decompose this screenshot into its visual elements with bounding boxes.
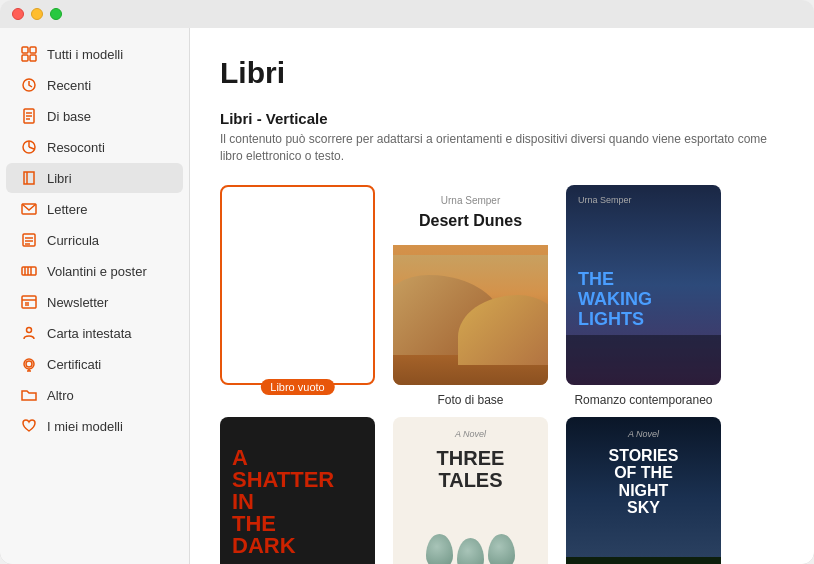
sidebar-label-books: Libri	[47, 171, 72, 186]
content-area: Libri Libri - Verticale Il contenuto può…	[190, 28, 814, 564]
sidebar-item-all-models[interactable]: Tutti i modelli	[6, 39, 183, 69]
heart-icon	[20, 417, 38, 435]
svg-rect-1	[30, 47, 36, 53]
desert-author: Urna Semper	[393, 185, 548, 212]
letterhead-icon	[20, 324, 38, 342]
template-badge-empty: Libro vuoto	[260, 379, 334, 395]
sidebar-item-reports[interactable]: Resoconti	[6, 132, 183, 162]
template-empty-book[interactable]: Libro vuoto	[220, 185, 375, 407]
template-cover-waking: Urna Semper THEWAKINGLIGHTS	[566, 185, 721, 385]
sidebar-label-letters: Lettere	[47, 202, 87, 217]
app-window: Tutti i modelli Recenti Di base Resocont…	[0, 0, 814, 564]
templates-row-2: ASHATTERINTHEDARK A Novel THREETALES	[220, 417, 784, 564]
template-cover-empty	[220, 185, 375, 385]
envelope-icon	[20, 200, 38, 218]
certificate-icon	[20, 355, 38, 373]
main-content: Tutti i modelli Recenti Di base Resocont…	[0, 28, 814, 564]
template-cover-shatter: ASHATTERINTHEDARK	[220, 417, 375, 564]
titlebar	[0, 0, 814, 28]
svg-rect-0	[22, 47, 28, 53]
night-sky-title: STORIESOF THENIGHTSKY	[566, 447, 721, 517]
sidebar-label-my-models: I miei modelli	[47, 419, 123, 434]
svg-point-26	[27, 328, 32, 333]
template-three-tales[interactable]: A Novel THREETALES ERIKA AGATES	[393, 417, 548, 564]
svg-rect-22	[22, 296, 36, 308]
template-cover-night-sky: A Novel STORIESOF THENIGHTSKY	[566, 417, 721, 564]
three-tales-novel: A Novel	[393, 429, 548, 439]
close-button[interactable]	[12, 8, 24, 20]
waking-title: THEWAKINGLIGHTS	[578, 270, 652, 329]
megaphone-icon	[20, 262, 38, 280]
three-tales-title: THREETALES	[393, 447, 548, 491]
newspaper-icon	[20, 293, 38, 311]
sidebar-label-letterhead: Carta intestata	[47, 326, 132, 341]
page-title: Libri	[220, 56, 784, 90]
maximize-button[interactable]	[50, 8, 62, 20]
svg-rect-3	[30, 55, 36, 61]
clock-icon	[20, 76, 38, 94]
sidebar-item-letterhead[interactable]: Carta intestata	[6, 318, 183, 348]
grid-icon	[20, 45, 38, 63]
sidebar-item-curricula[interactable]: Curricula	[6, 225, 183, 255]
sidebar-item-recent[interactable]: Recenti	[6, 70, 183, 100]
minimize-button[interactable]	[31, 8, 43, 20]
svg-rect-18	[22, 267, 36, 275]
sidebar-label-flyers: Volantini e poster	[47, 264, 147, 279]
sidebar-item-letters[interactable]: Lettere	[6, 194, 183, 224]
sidebar-label-reports: Resoconti	[47, 140, 105, 155]
sidebar-item-my-models[interactable]: I miei modelli	[6, 411, 183, 441]
svg-line-11	[29, 147, 34, 149]
sidebar-label-newsletter: Newsletter	[47, 295, 108, 310]
night-sky-novel: A Novel	[566, 429, 721, 439]
section-desc: Il contenuto può scorrere per adattarsi …	[220, 131, 784, 165]
three-tales-eggs	[426, 517, 516, 564]
sidebar-item-flyers[interactable]: Volantini e poster	[6, 256, 183, 286]
template-label-desert: Foto di base	[437, 393, 503, 407]
desert-title: Desert Dunes	[393, 212, 548, 230]
folder-icon	[20, 386, 38, 404]
template-cover-desert: Urna Semper Desert Dunes	[393, 185, 548, 385]
sidebar-item-certificates[interactable]: Certificati	[6, 349, 183, 379]
section-title: Libri - Verticale	[220, 110, 784, 127]
waking-author: Urna Semper	[578, 195, 632, 205]
template-shatter[interactable]: ASHATTERINTHEDARK	[220, 417, 375, 564]
book-icon	[20, 169, 38, 187]
sidebar-label-certificates: Certificati	[47, 357, 101, 372]
sidebar-label-other: Altro	[47, 388, 74, 403]
sidebar-label-recent: Recenti	[47, 78, 91, 93]
shatter-text: ASHATTERINTHEDARK	[232, 447, 334, 557]
template-night-sky[interactable]: A Novel STORIESOF THENIGHTSKY	[566, 417, 721, 564]
template-waking-lights[interactable]: Urna Semper THEWAKINGLIGHTS Romanzo cont…	[566, 185, 721, 407]
sidebar: Tutti i modelli Recenti Di base Resocont…	[0, 28, 190, 564]
template-label-waking: Romanzo contemporaneo	[574, 393, 712, 407]
sidebar-label-curricula: Curricula	[47, 233, 99, 248]
svg-rect-31	[566, 557, 721, 564]
sidebar-item-other[interactable]: Altro	[6, 380, 183, 410]
sidebar-item-books[interactable]: Libri	[6, 163, 183, 193]
doc-icon	[20, 107, 38, 125]
templates-row-1: Libro vuoto Urna Semper Desert Dunes	[220, 185, 784, 407]
chart-icon	[20, 138, 38, 156]
svg-point-28	[26, 361, 32, 367]
sidebar-label-all-models: Tutti i modelli	[47, 47, 123, 62]
sidebar-label-basic: Di base	[47, 109, 91, 124]
svg-rect-2	[22, 55, 28, 61]
sidebar-item-newsletter[interactable]: Newsletter	[6, 287, 183, 317]
sidebar-item-basic[interactable]: Di base	[6, 101, 183, 131]
template-cover-three-tales: A Novel THREETALES ERIKA AGATES	[393, 417, 548, 564]
template-desert-dunes[interactable]: Urna Semper Desert Dunes Foto di base	[393, 185, 548, 407]
person-icon	[20, 231, 38, 249]
night-sky-trees-svg	[566, 557, 721, 564]
